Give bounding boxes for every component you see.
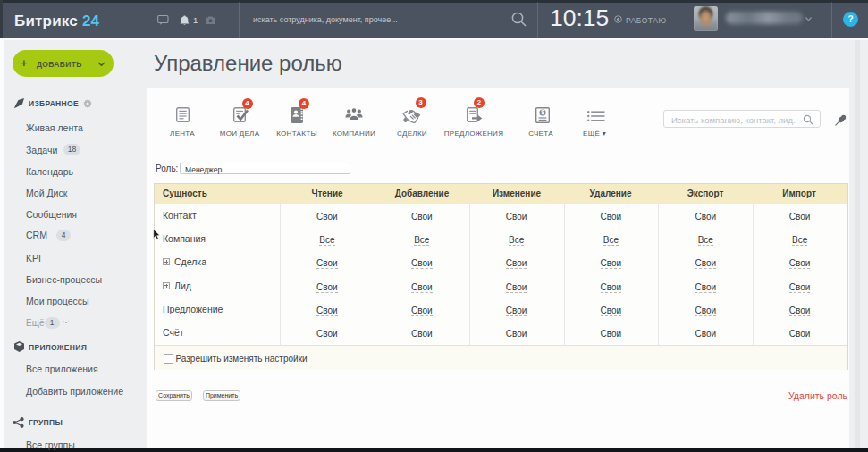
svg-text:$: $ xyxy=(541,109,544,116)
